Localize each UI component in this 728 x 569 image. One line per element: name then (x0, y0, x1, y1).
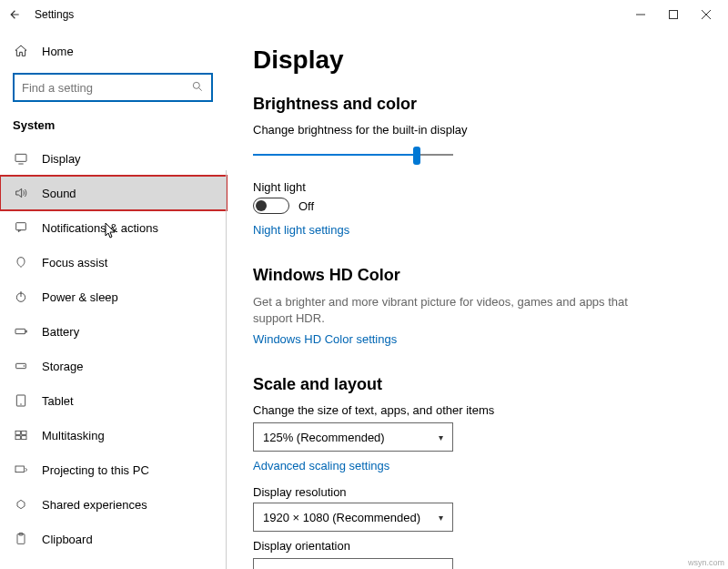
nav-item-notifications[interactable]: Notifications & actions (0, 210, 227, 245)
nightlight-toggle[interactable] (253, 198, 289, 214)
nightlight-label: Night light (253, 180, 703, 194)
nav-label: Battery (42, 325, 79, 339)
nav-item-storage[interactable]: Storage (0, 349, 227, 383)
sidebar: Home System Display Sound Notifications … (0, 29, 228, 569)
shared-icon (13, 496, 29, 513)
search-icon (191, 80, 204, 96)
nav-item-multitasking[interactable]: Multitasking (0, 418, 227, 452)
nav-label: Tablet (42, 394, 74, 408)
scale-size-select[interactable]: 125% (Recommended) ▾ (253, 422, 453, 452)
section-hdr: Windows HD Color (253, 266, 703, 285)
home-button[interactable]: Home (0, 35, 227, 67)
nav-item-power-sleep[interactable]: Power & sleep (0, 279, 227, 314)
svg-rect-12 (25, 330, 26, 333)
focus-assist-icon (13, 254, 29, 270)
svg-rect-21 (15, 466, 24, 472)
watermark: wsyn.com (688, 558, 724, 567)
back-button[interactable] (5, 5, 24, 24)
svg-rect-8 (16, 223, 26, 230)
chevron-down-icon: ▾ (439, 432, 443, 442)
nav-item-sound[interactable]: Sound (0, 176, 227, 210)
nav-label: Focus assist (42, 256, 107, 269)
nav-item-battery[interactable]: Battery (0, 314, 227, 349)
svg-point-14 (24, 365, 25, 366)
nav-item-tablet[interactable]: Tablet (0, 383, 227, 418)
page-title: Display (253, 46, 703, 75)
battery-icon (13, 323, 29, 340)
maximize-button[interactable] (657, 2, 690, 27)
svg-point-16 (20, 403, 21, 404)
nav-label: Projecting to this PC (42, 463, 149, 477)
svg-rect-19 (15, 436, 20, 440)
nav-item-shared-experiences[interactable]: Shared experiences (0, 487, 227, 522)
power-icon (13, 289, 29, 305)
nav-label: Shared experiences (42, 498, 147, 512)
nav-label: Sound (42, 187, 76, 200)
home-label: Home (42, 45, 74, 58)
brightness-slider[interactable] (253, 142, 453, 168)
nav-label: Storage (42, 360, 84, 373)
svg-line-5 (199, 87, 202, 90)
scale-size-label: Change the size of text, apps, and other… (253, 403, 703, 417)
main-content: Display Brightness and color Change brig… (228, 29, 728, 569)
storage-icon (13, 358, 29, 374)
display-icon (13, 150, 29, 167)
section-scale-layout: Scale and layout (253, 375, 703, 394)
notifications-icon (13, 219, 29, 236)
svg-point-4 (193, 82, 199, 88)
hdr-description: Get a brighter and more vibrant picture … (253, 294, 635, 327)
nav-label: Power & sleep (42, 290, 118, 304)
home-icon (13, 43, 29, 59)
section-brightness-color: Brightness and color (253, 95, 703, 114)
svg-rect-1 (670, 11, 678, 19)
sidebar-divider (226, 170, 227, 569)
svg-rect-18 (22, 431, 26, 434)
nav-item-display[interactable]: Display (0, 141, 227, 176)
minimize-button[interactable] (624, 2, 657, 27)
nav-label: Display (42, 152, 81, 166)
chevron-down-icon: ▾ (439, 513, 443, 523)
nav-label: Notifications & actions (42, 221, 158, 235)
advanced-scaling-link[interactable]: Advanced scaling settings (253, 459, 703, 472)
resolution-value: 1920 × 1080 (Recommended) (263, 511, 420, 524)
category-header: System (0, 111, 227, 141)
titlebar: Settings (0, 0, 728, 29)
svg-rect-11 (15, 329, 25, 333)
nav-label: Multitasking (42, 429, 105, 442)
search-box[interactable] (13, 73, 213, 102)
close-button[interactable] (690, 2, 723, 27)
orientation-label: Display orientation (253, 539, 703, 553)
resolution-select[interactable]: 1920 × 1080 (Recommended) ▾ (253, 503, 453, 532)
brightness-label: Change brightness for the built-in displ… (253, 123, 703, 137)
nav-item-projecting[interactable]: Projecting to this PC (0, 452, 227, 487)
tablet-icon (13, 392, 29, 409)
orientation-select[interactable]: Landscape ▾ (253, 558, 453, 569)
resolution-label: Display resolution (253, 485, 703, 499)
svg-rect-20 (22, 436, 26, 440)
sound-icon (13, 185, 29, 201)
nav-item-clipboard[interactable]: Clipboard (0, 522, 227, 556)
scale-size-value: 125% (Recommended) (263, 431, 385, 444)
nav-label: Clipboard (42, 533, 93, 546)
svg-rect-6 (15, 154, 26, 161)
window-title: Settings (35, 8, 74, 21)
hdr-settings-link[interactable]: Windows HD Color settings (253, 332, 703, 346)
clipboard-icon (13, 531, 29, 547)
nightlight-state: Off (298, 199, 314, 213)
search-input[interactable] (22, 81, 191, 95)
svg-rect-17 (15, 431, 20, 434)
projecting-icon (13, 462, 29, 478)
multitasking-icon (13, 427, 29, 443)
nav-item-focus-assist[interactable]: Focus assist (0, 245, 227, 279)
nightlight-settings-link[interactable]: Night light settings (253, 223, 703, 237)
